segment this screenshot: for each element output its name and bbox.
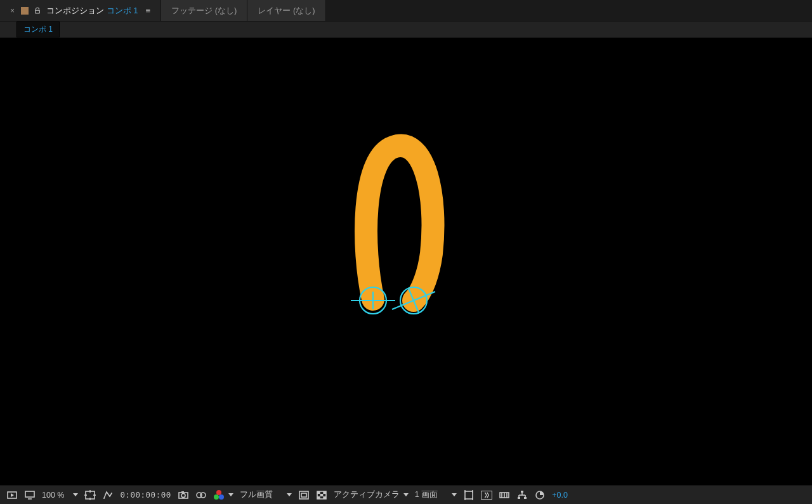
current-time[interactable]: 0:00:00:00 (120, 490, 171, 500)
tab-layer[interactable]: レイヤー (なし) (247, 0, 325, 21)
tab-composition[interactable]: × コンポジション コンポ 1 ≡ (0, 0, 161, 21)
panel-menu-icon[interactable]: ≡ (145, 6, 150, 15)
svg-rect-0 (36, 10, 40, 13)
chevron-down-icon (287, 493, 292, 496)
svg-rect-9 (25, 491, 34, 497)
svg-rect-31 (465, 491, 473, 499)
camera-value: アクティブカメラ (334, 489, 400, 500)
camera-dropdown[interactable]: アクティブカメラ (334, 489, 409, 500)
svg-rect-24 (301, 493, 306, 497)
chevron-down-icon (228, 493, 233, 496)
always-preview-icon[interactable] (6, 489, 18, 501)
composition-viewport[interactable] (0, 38, 812, 485)
svg-rect-28 (320, 494, 323, 496)
region-of-interest-icon[interactable] (298, 489, 310, 501)
snapshot-icon[interactable] (178, 489, 189, 501)
timeline-icon[interactable] (499, 489, 510, 501)
breadcrumb-comp[interactable]: コンポ 1 (16, 22, 60, 37)
comp-flowchart-row: コンポ 1 (0, 22, 812, 38)
svg-marker-8 (11, 493, 14, 497)
chevron-down-icon (452, 493, 457, 496)
zoom-dropdown[interactable]: 100 % (42, 491, 78, 500)
chevron-down-icon (73, 493, 78, 496)
resolution-value: フル画質 (240, 489, 273, 500)
resolution-dropdown[interactable]: フル画質 (240, 489, 292, 500)
channel-icon[interactable] (213, 489, 233, 501)
svg-rect-23 (299, 491, 308, 499)
svg-point-16 (103, 498, 105, 499)
views-dropdown[interactable]: 1 画面 (415, 489, 457, 500)
svg-point-19 (181, 493, 185, 497)
fast-previews-icon[interactable] (481, 491, 492, 500)
tab-footage-label: フッテージ (なし) (171, 5, 237, 16)
pixel-aspect-icon[interactable] (463, 489, 475, 501)
exposure-value[interactable]: +0.0 (552, 491, 568, 500)
transparency-grid-icon[interactable] (316, 489, 327, 501)
comp-color-swatch (21, 7, 29, 15)
tab-composition-label: コンポジション コンポ 1 (46, 5, 138, 16)
lock-icon[interactable] (34, 7, 41, 15)
monitor-icon[interactable] (24, 489, 36, 501)
svg-point-17 (111, 493, 112, 494)
shape-path[interactable] (366, 146, 433, 300)
flowchart-icon[interactable] (516, 489, 528, 501)
show-snapshot-icon[interactable] (195, 489, 207, 501)
svg-rect-40 (521, 491, 523, 493)
chevron-down-icon (403, 493, 409, 496)
canvas[interactable] (0, 38, 812, 485)
tab-layer-label: レイヤー (なし) (258, 5, 315, 16)
svg-rect-26 (317, 491, 320, 494)
views-value: 1 画面 (415, 489, 438, 500)
safe-zones-icon[interactable] (84, 489, 96, 501)
svg-rect-27 (323, 491, 326, 494)
svg-rect-41 (518, 497, 520, 499)
svg-rect-42 (524, 497, 527, 499)
svg-rect-30 (323, 496, 326, 499)
mask-visibility-icon[interactable] (102, 489, 114, 501)
svg-rect-29 (317, 496, 320, 499)
tab-footage[interactable]: フッテージ (なし) (161, 0, 247, 21)
viewer-bottom-toolbar: 100 % 0:00:00:00 フル画質 (0, 485, 812, 504)
close-icon[interactable]: × (10, 7, 15, 15)
svg-rect-20 (181, 491, 184, 493)
panel-tabs: × コンポジション コンポ 1 ≡ フッテージ (なし) レイヤー (なし) (0, 0, 812, 22)
zoom-value: 100 % (42, 491, 64, 500)
reset-exposure-icon[interactable] (534, 489, 546, 501)
